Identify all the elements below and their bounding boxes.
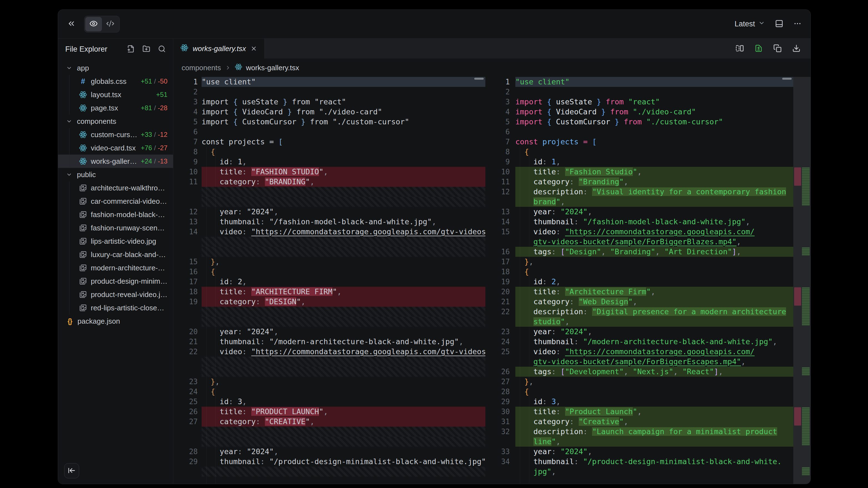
code-line-new-25[interactable]: 25 video: "https://commondatastorage.goo… <box>499 347 793 357</box>
code-line-new-10[interactable]: 10 title: "Fashion Studio", <box>499 167 793 177</box>
code-line-new-29[interactable]: 29 id: 3, <box>499 397 793 407</box>
sidebar-item-fashion-model-black[interactable]: fashion-model-black-… <box>58 208 173 221</box>
new-file-button[interactable] <box>127 45 135 54</box>
code-line-new-22[interactable]: 22 description: "Digital presence for a … <box>499 307 793 317</box>
code-line-old-8[interactable]: 8 { <box>173 147 485 157</box>
code-line-old-4[interactable]: 4import { VideoCard } from "./video-card… <box>173 107 485 117</box>
code-line-old-23[interactable]: 23 }, <box>173 377 485 387</box>
code-line-new-16[interactable]: 16 tags: ["Design", "Branding", "Art Dir… <box>499 247 793 257</box>
close-tab-icon[interactable] <box>250 45 257 52</box>
diff-gap-old-24[interactable] <box>173 317 485 327</box>
sidebar-item-package-json[interactable]: {}package.json <box>58 315 173 328</box>
code-line-new-26[interactable]: 26 tags: ["Development", "Next.js", "Rea… <box>499 367 793 377</box>
diff-gap-old-16[interactable] <box>173 237 485 247</box>
diff-gap-old-35[interactable] <box>173 427 485 437</box>
split-view-button[interactable] <box>736 44 744 53</box>
code-line-old-12[interactable]: 12 year: "2024", <box>173 207 485 217</box>
sidebar-item-public[interactable]: public <box>58 168 173 181</box>
preview-toggle-button[interactable] <box>85 17 102 31</box>
code-line-new-21[interactable]: 21 category: "Web Design", <box>499 297 793 307</box>
code-line-new-17[interactable]: 17 }, <box>499 257 793 267</box>
code-line-new-2[interactable]: 2 <box>499 87 793 97</box>
sidebar-item-works-galler[interactable]: works-galler…+24/-13 <box>58 155 173 168</box>
code-line-old-10[interactable]: 10 title: "FASHION STUDIO", <box>173 167 485 177</box>
code-line-new-3[interactable]: 3import { useState } from "react" <box>499 97 793 107</box>
code-line-old-19[interactable]: 19 category: "DESIGN", <box>173 297 485 307</box>
code-line-old-1[interactable]: 1"use client" <box>173 77 485 87</box>
diff-gap-old-39[interactable] <box>173 467 485 477</box>
code-line-new-19[interactable]: 19 id: 2, <box>499 277 793 287</box>
breadcrumb-folder[interactable]: components <box>182 64 221 72</box>
code-line-new-4[interactable]: 4import { VideoCard } from "./video-card… <box>499 107 793 117</box>
diff-gap-old-12[interactable] <box>173 197 485 207</box>
code-line-new-18[interactable]: 18 { <box>499 267 793 277</box>
code-line-new-5[interactable]: 5import { CustomCursor } from "./custom-… <box>499 117 793 127</box>
code-line-new-31[interactable]: 31 category: "Creative", <box>499 417 793 427</box>
sidebar-item-app[interactable]: app <box>58 61 173 75</box>
sidebar-item-custom-curs[interactable]: custom-curs…+33/-12 <box>58 128 173 141</box>
code-line-new-wrap-28[interactable]: gtv-videos-bucket/sample/ForBiggerEscape… <box>499 357 793 367</box>
code-line-new-32[interactable]: 32 description: "Launch campaign for a m… <box>499 427 793 437</box>
code-line-new-wrap-24[interactable]: studio", <box>499 317 793 327</box>
sidebar-item-page-tsx[interactable]: page.tsx+81/-28 <box>58 101 173 115</box>
code-line-new-23[interactable]: 23 year: "2024", <box>499 327 793 337</box>
code-line-old-14[interactable]: 14 video: "https://commondatastorage.goo… <box>173 227 485 237</box>
sidebar-item-product-design-minim[interactable]: product-design-minim… <box>58 274 173 288</box>
sidebar-item-lips-artistic-video-jpg[interactable]: lips-artistic-video.jpg <box>58 234 173 248</box>
code-line-new-8[interactable]: 8 { <box>499 147 793 157</box>
code-line-new-34[interactable]: 34 thumbnail: "/product-design-minimalis… <box>499 457 793 467</box>
code-line-old-3[interactable]: 3import { useState } from "react" <box>173 97 485 107</box>
code-line-new-15[interactable]: 15 video: "https://commondatastorage.goo… <box>499 227 793 237</box>
version-dropdown[interactable]: Latest <box>735 20 765 28</box>
code-line-new-wrap-16[interactable]: gtv-videos-bucket/sample/ForBiggerBlazes… <box>499 237 793 247</box>
code-line-new-wrap-12[interactable]: brand", <box>499 197 793 207</box>
code-line-old-13[interactable]: 13 thumbnail: "/fashion-model-black-and-… <box>173 217 485 227</box>
code-line-new-6[interactable]: 6 <box>499 127 793 137</box>
code-line-new-33[interactable]: 33 year: "2024", <box>499 447 793 457</box>
code-line-old-22[interactable]: 22 video: "https://commondatastorage.goo… <box>173 347 485 357</box>
code-line-new-14[interactable]: 14 thumbnail: "/fashion-model-black-and-… <box>499 217 793 227</box>
sidebar-item-globals-css[interactable]: #globals.css+51/-50 <box>58 75 173 88</box>
scrollbar-thumb[interactable] <box>782 78 792 80</box>
code-line-new-30[interactable]: 30 title: "Product Launch", <box>499 407 793 417</box>
copy-button[interactable] <box>773 44 782 53</box>
code-line-old-28[interactable]: 28 year: "2024", <box>173 447 485 457</box>
sidebar-item-components[interactable]: components <box>58 115 173 128</box>
code-line-old-9[interactable]: 9 id: 1, <box>173 157 485 167</box>
code-line-new-wrap-39[interactable]: jpg", <box>499 467 793 477</box>
code-line-old-25[interactable]: 25 id: 3, <box>173 397 485 407</box>
code-line-old-17[interactable]: 17 id: 2, <box>173 277 485 287</box>
code-line-new-7[interactable]: 7const projects = [ <box>499 137 793 147</box>
code-line-old-20[interactable]: 20 year: "2024", <box>173 327 485 337</box>
diff-gap-old-29[interactable] <box>173 367 485 377</box>
diff-gap-old-11[interactable] <box>173 187 485 197</box>
search-files-button[interactable] <box>158 45 166 54</box>
code-line-old-24[interactable]: 24 { <box>173 387 485 397</box>
code-line-old-2[interactable]: 2 <box>173 87 485 97</box>
code-line-old-26[interactable]: 26 title: "PRODUCT LAUNCH", <box>173 407 485 417</box>
code-line-old-29[interactable]: 29 thumbnail: "/product-design-minimalis… <box>173 457 485 467</box>
code-line-old-21[interactable]: 21 thumbnail: "/modern-architecture-blac… <box>173 337 485 347</box>
code-line-new-11[interactable]: 11 category: "Branding", <box>499 177 793 187</box>
more-options-button[interactable] <box>793 20 802 29</box>
sidebar-item-car-commercial-video[interactable]: car-commercial-video… <box>58 195 173 208</box>
code-line-old-7[interactable]: 7const projects = [ <box>173 137 485 147</box>
diff-gap-old-36[interactable] <box>173 437 485 447</box>
new-folder-button[interactable] <box>143 45 150 54</box>
sidebar-item-modern-architecture[interactable]: modern-architecture-… <box>58 261 173 274</box>
code-line-new-28[interactable]: 28 { <box>499 387 793 397</box>
code-line-old-11[interactable]: 11 category: "BRANDING", <box>173 177 485 187</box>
code-line-new-12[interactable]: 12 description: "Visual identity for a c… <box>499 187 793 197</box>
tab-works-gallery[interactable]: works-gallery.tsx <box>173 39 265 59</box>
sidebar-item-product-reveal-video-j[interactable]: product-reveal-video.j… <box>58 288 173 301</box>
code-line-new-1[interactable]: 1"use client" <box>499 77 793 87</box>
code-line-old-27[interactable]: 27 category: "CREATIVE", <box>173 417 485 427</box>
sidebar-item-red-lips-artistic-close[interactable]: red-lips-artistic-close… <box>58 301 173 315</box>
panel-bottom-button[interactable] <box>775 20 783 29</box>
sidebar-item-fashion-runway-scen[interactable]: fashion-runway-scen… <box>58 221 173 234</box>
code-line-old-16[interactable]: 16 { <box>173 267 485 277</box>
diff-gap-old-28[interactable] <box>173 357 485 367</box>
code-line-old-15[interactable]: 15 }, <box>173 257 485 267</box>
diff-gap-old-17[interactable] <box>173 247 485 257</box>
sidebar-item-layout-tsx[interactable]: layout.tsx+51 <box>58 88 173 101</box>
